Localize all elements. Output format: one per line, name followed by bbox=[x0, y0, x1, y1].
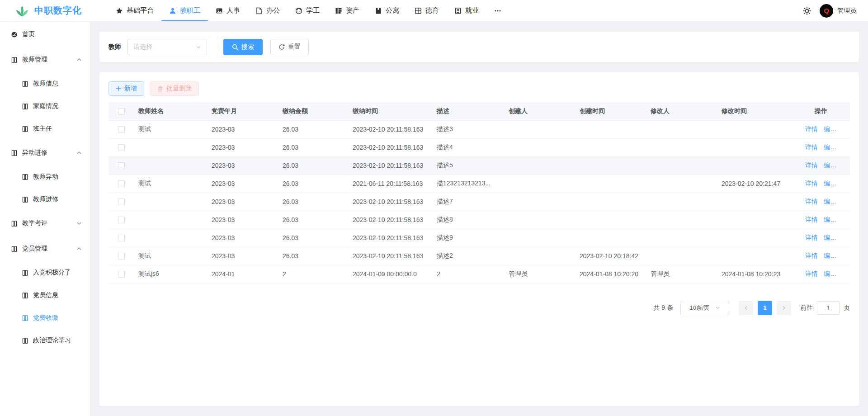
next-page-button[interactable] bbox=[777, 301, 791, 315]
detail-link[interactable]: 详情 bbox=[805, 198, 818, 205]
top-nav-label: 公寓 bbox=[386, 6, 399, 15]
edit-link[interactable]: 编辑 bbox=[824, 125, 836, 132]
sidebar-item[interactable]: 教师异动 bbox=[0, 165, 90, 188]
row-checkbox[interactable] bbox=[118, 199, 125, 205]
sidebar-item[interactable]: 教学考评 bbox=[0, 211, 90, 236]
cell-description: 描述3 bbox=[432, 120, 504, 138]
user-menu[interactable]: Q 管理员 bbox=[820, 4, 856, 18]
sidebar-item[interactable]: 党员管理 bbox=[0, 236, 90, 261]
cell-amount: 26.03 bbox=[278, 138, 348, 156]
page-size-select[interactable]: 10条/页 bbox=[680, 301, 729, 315]
cell-description: 描述7 bbox=[432, 193, 504, 211]
gear-icon[interactable] bbox=[802, 6, 811, 15]
delete-link[interactable]: 删除 bbox=[842, 252, 850, 259]
sidebar-item[interactable]: 教师信息 bbox=[0, 72, 90, 95]
row-checkbox[interactable] bbox=[118, 235, 125, 241]
page-number-current[interactable]: 1 bbox=[758, 301, 772, 315]
table-header: 教师姓名 党费年月 缴纳金额 缴纳时间 描述 创建人 创建时间 修改人 修改时间… bbox=[108, 102, 850, 120]
add-button[interactable]: 新增 bbox=[108, 81, 144, 96]
top-nav-item[interactable]: 基础平台 bbox=[108, 0, 161, 21]
top-nav-item[interactable]: 公寓 bbox=[367, 0, 407, 21]
top-nav-item[interactable]: 人事 bbox=[208, 0, 248, 21]
row-checkbox[interactable] bbox=[118, 126, 125, 133]
delete-link[interactable]: 删除 bbox=[842, 270, 850, 277]
sidebar-item[interactable]: 家庭情况 bbox=[0, 95, 90, 118]
edit-link[interactable]: 编辑 bbox=[824, 270, 836, 277]
col-fee-month: 党费年月 bbox=[207, 102, 278, 120]
top-nav-item[interactable]: 教职工 bbox=[161, 0, 208, 21]
chevron-up-icon bbox=[76, 150, 82, 156]
sidebar-item[interactable]: 入党积极分子 bbox=[0, 261, 90, 284]
reset-button[interactable]: 重置 bbox=[270, 39, 309, 55]
cell-creator bbox=[504, 175, 575, 193]
delete-link[interactable]: 删除 bbox=[842, 234, 850, 241]
top-nav-item[interactable]: 资产 bbox=[327, 0, 367, 21]
edit-link[interactable]: 编辑 bbox=[824, 143, 836, 151]
edit-link[interactable]: 编辑 bbox=[824, 198, 836, 205]
row-checkbox[interactable] bbox=[118, 180, 125, 187]
top-nav-item[interactable] bbox=[486, 0, 513, 21]
app-window: 中职数字化 基础平台 教职工 人事 办公 学工 资产 bbox=[0, 0, 868, 416]
sidebar-item[interactable]: 教师进修 bbox=[0, 188, 90, 211]
cell-amount: 26.03 bbox=[278, 229, 348, 247]
sidebar-item[interactable]: 政治理论学习 bbox=[0, 329, 90, 352]
cell-pay-time: 2023-02-10 20:11:58.163 bbox=[348, 193, 432, 211]
cell-modify-time: 2023-02-10 20:21:47 bbox=[717, 175, 801, 193]
sidebar-item[interactable]: 党费收缴 bbox=[0, 307, 90, 329]
detail-link[interactable]: 详情 bbox=[805, 234, 818, 241]
detail-link[interactable]: 详情 bbox=[805, 180, 818, 187]
top-nav-item[interactable]: 就业 bbox=[447, 0, 486, 21]
cell-amount: 26.03 bbox=[278, 247, 348, 265]
detail-link[interactable]: 详情 bbox=[805, 161, 818, 169]
edit-link[interactable]: 编辑 bbox=[824, 234, 836, 241]
reset-button-label: 重置 bbox=[288, 43, 301, 51]
top-nav-item[interactable]: 办公 bbox=[248, 0, 288, 21]
chevron-up-icon bbox=[76, 246, 82, 251]
delete-link[interactable]: 删除 bbox=[842, 125, 850, 132]
brand[interactable]: 中职数字化 bbox=[0, 5, 108, 17]
row-checkbox[interactable] bbox=[118, 162, 125, 169]
edit-link[interactable]: 编辑 bbox=[824, 216, 836, 223]
delete-link[interactable]: 删除 bbox=[842, 180, 850, 187]
cell-teacher-name bbox=[134, 193, 207, 211]
detail-link[interactable]: 详情 bbox=[805, 216, 818, 223]
select-all-checkbox[interactable] bbox=[118, 108, 125, 115]
cell-pay-time: 2023-02-10 20:11:58.163 bbox=[348, 156, 432, 175]
detail-link[interactable]: 详情 bbox=[805, 252, 818, 259]
sidebar-item-label: 教师异动 bbox=[33, 173, 58, 181]
top-nav-label: 人事 bbox=[226, 6, 240, 15]
goto-page-input[interactable] bbox=[817, 301, 840, 315]
edit-link[interactable]: 编辑 bbox=[824, 180, 836, 187]
cell-description: 描述9 bbox=[432, 229, 504, 247]
search-button[interactable]: 搜索 bbox=[223, 39, 263, 55]
delete-link[interactable]: 删除 bbox=[842, 216, 850, 223]
table-row: 2023-03 26.03 2023-02-10 20:11:58.163 描述… bbox=[108, 156, 850, 175]
top-nav-label: 基础平台 bbox=[127, 6, 154, 15]
sidebar-item[interactable]: 首页 bbox=[0, 22, 90, 47]
batch-delete-button[interactable]: 批量删除 bbox=[150, 81, 199, 96]
edit-link[interactable]: 编辑 bbox=[824, 252, 836, 259]
detail-link[interactable]: 详情 bbox=[805, 143, 818, 151]
delete-link[interactable]: 删除 bbox=[842, 143, 850, 151]
edit-link[interactable]: 编辑 bbox=[824, 161, 836, 169]
row-checkbox[interactable] bbox=[118, 253, 125, 260]
cell-create-time bbox=[575, 211, 646, 229]
sidebar-item[interactable]: 教师管理 bbox=[0, 47, 90, 72]
prev-page-button[interactable] bbox=[739, 301, 753, 315]
sidebar-item[interactable]: 异动进修 bbox=[0, 140, 90, 165]
top-nav-item[interactable]: 德育 bbox=[407, 0, 447, 21]
detail-link[interactable]: 详情 bbox=[805, 270, 818, 277]
row-checkbox[interactable] bbox=[118, 144, 125, 151]
row-checkbox[interactable] bbox=[118, 271, 125, 278]
sidebar-item[interactable]: 班主任 bbox=[0, 118, 90, 140]
delete-link[interactable]: 删除 bbox=[842, 161, 850, 169]
top-nav-item[interactable]: 学工 bbox=[288, 0, 327, 21]
cell-amount: 26.03 bbox=[278, 211, 348, 229]
row-checkbox[interactable] bbox=[118, 217, 125, 223]
delete-link[interactable]: 删除 bbox=[842, 198, 850, 205]
teacher-select[interactable]: 请选择 bbox=[127, 39, 207, 55]
col-actions: 操作 bbox=[801, 102, 850, 120]
detail-link[interactable]: 详情 bbox=[805, 125, 818, 132]
sidebar-item[interactable]: 党员信息 bbox=[0, 284, 90, 307]
col-create-time: 创建时间 bbox=[575, 102, 646, 120]
